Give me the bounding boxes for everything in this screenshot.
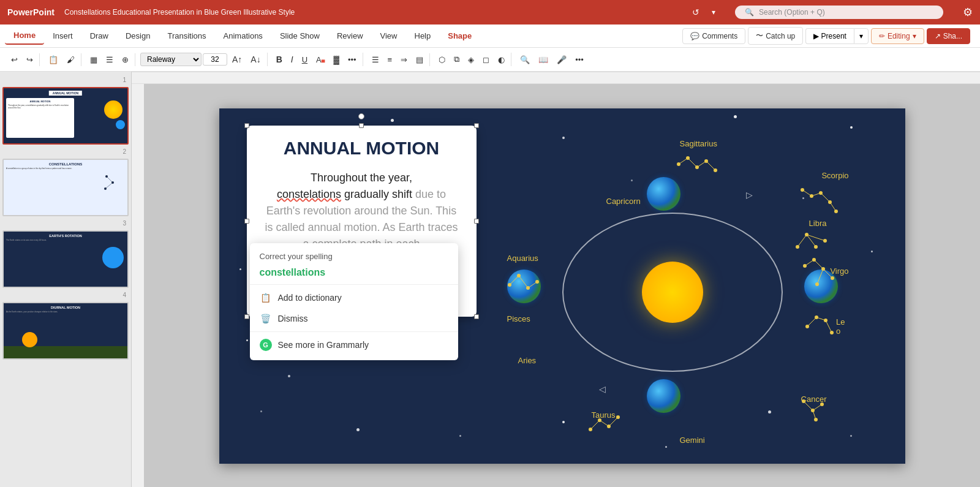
tab-help[interactable]: Help bbox=[406, 28, 440, 44]
highlight-btn[interactable]: ▓ bbox=[330, 53, 342, 66]
svg-line-12 bbox=[688, 158, 697, 167]
font-name-select[interactable]: Raleway bbox=[140, 53, 202, 66]
sel-handle-ml[interactable] bbox=[244, 219, 249, 224]
star bbox=[871, 251, 873, 252]
comments-button[interactable]: 💬 Comments bbox=[682, 28, 745, 44]
leo-stars bbox=[801, 308, 838, 345]
ctx-suggestion[interactable]: constellations bbox=[250, 263, 458, 282]
aquarius-label: Aquarius bbox=[507, 254, 538, 263]
format-group: B I U A▄ ▓ ••• bbox=[270, 53, 363, 66]
tab-view[interactable]: View bbox=[372, 28, 406, 44]
slide-thumbnail-3[interactable]: EARTH'S ROTATION The Earth rotates on it… bbox=[2, 230, 129, 288]
ribbon: Home Insert Draw Design Transitions Anim… bbox=[0, 25, 980, 72]
ctx-dismiss[interactable]: 🗑️ Dismiss bbox=[250, 308, 458, 329]
search-bar[interactable]: 🔍 Search (Option + Q) bbox=[735, 6, 943, 19]
star bbox=[459, 435, 461, 437]
scorpio-label: Scorpio bbox=[821, 171, 848, 180]
align-btn[interactable]: ▤ bbox=[412, 53, 427, 66]
tab-animations[interactable]: Animations bbox=[215, 28, 271, 44]
ctx-add-to-dictionary[interactable]: 📋 Add to dictionary bbox=[250, 287, 458, 308]
sel-handle-bl[interactable] bbox=[244, 314, 249, 319]
present-main-button[interactable]: ▶ Present bbox=[805, 28, 854, 44]
svg-line-57 bbox=[805, 260, 814, 266]
orbit-arrow-bottom: ◁ bbox=[599, 384, 606, 394]
present-label: Present bbox=[821, 32, 846, 40]
ctx-grammarly[interactable]: G See more in Grammarly bbox=[250, 334, 458, 355]
font-size-down[interactable]: A↓ bbox=[247, 53, 264, 66]
sel-handle-mr[interactable] bbox=[474, 219, 479, 224]
fill-btn[interactable]: ◈ bbox=[464, 53, 478, 66]
tab-insert[interactable]: Insert bbox=[44, 28, 81, 44]
more-text-btn[interactable]: ••• bbox=[344, 53, 360, 66]
sun bbox=[642, 262, 703, 323]
arrange-btn[interactable]: ⧉ bbox=[450, 53, 463, 66]
svg-line-11 bbox=[679, 158, 688, 164]
tab-design[interactable]: Design bbox=[117, 28, 159, 44]
svg-line-42 bbox=[804, 401, 813, 410]
sel-handle-tc[interactable] bbox=[359, 123, 364, 128]
paste-button[interactable]: 📋 bbox=[45, 53, 62, 66]
shape-btn[interactable]: ⬡ bbox=[435, 53, 449, 66]
format-painter[interactable]: 🖌 bbox=[63, 53, 78, 66]
ctx-header: Correct your spelling bbox=[250, 248, 458, 263]
refresh-icon[interactable]: ↺ bbox=[692, 7, 699, 17]
tab-slideshow[interactable]: Slide Show bbox=[271, 28, 328, 44]
outline-btn[interactable]: ◻ bbox=[479, 53, 493, 66]
catchup-button[interactable]: 〜 Catch up bbox=[748, 27, 803, 45]
star bbox=[246, 339, 248, 341]
underline-button[interactable]: U bbox=[298, 53, 311, 66]
title-dropdown-icon[interactable]: ▾ bbox=[712, 8, 715, 17]
mic-btn[interactable]: 🎤 bbox=[553, 53, 570, 66]
svg-line-1 bbox=[105, 183, 113, 189]
editing-icon: ✏ bbox=[879, 32, 885, 40]
editing-label: Editing bbox=[888, 32, 910, 40]
search-btn[interactable]: 🔍 bbox=[516, 53, 533, 66]
svg-line-37 bbox=[609, 417, 618, 426]
font-size-up[interactable]: A↑ bbox=[228, 53, 246, 66]
tab-shape[interactable]: Shape bbox=[439, 28, 480, 44]
zoom-btn[interactable]: ⊕ bbox=[118, 53, 132, 66]
present-button-group: ▶ Present ▾ bbox=[805, 25, 869, 47]
sel-handle-br[interactable] bbox=[474, 314, 479, 319]
slide-view-btn[interactable]: ▦ bbox=[86, 53, 101, 66]
gemini-label: Gemini bbox=[680, 436, 705, 445]
share-button[interactable]: ↗ Sha... bbox=[927, 28, 970, 44]
present-dropdown[interactable]: ▾ bbox=[854, 28, 869, 44]
bold-button[interactable]: B bbox=[273, 53, 286, 66]
taurus-stars bbox=[584, 411, 627, 442]
settings-icon[interactable]: ⚙ bbox=[963, 6, 973, 19]
font-size-input[interactable] bbox=[203, 53, 227, 66]
effects-btn[interactable]: ◐ bbox=[494, 53, 508, 66]
scorpio-stars bbox=[796, 184, 845, 221]
tab-review[interactable]: Review bbox=[328, 28, 372, 44]
slide-thumbnail-1[interactable]: ANNUAL MOTION ANNUAL MOTION Throughout t… bbox=[2, 87, 129, 145]
editing-button[interactable]: ✏ Editing ▾ bbox=[871, 28, 924, 44]
ctx-dismiss-label: Dismiss bbox=[278, 314, 308, 323]
outline-view-btn[interactable]: ☰ bbox=[102, 53, 117, 66]
title-bar: PowerPoint Constellations Educational Pr… bbox=[0, 0, 980, 25]
sel-handle-tr[interactable] bbox=[474, 123, 479, 128]
font-color-btn[interactable]: A▄ bbox=[312, 53, 328, 66]
tab-draw[interactable]: Draw bbox=[81, 28, 117, 44]
slide-thumbnail-2[interactable]: CONSTELLATIONS A constellation is a grou… bbox=[2, 159, 129, 216]
sel-handle-tl[interactable] bbox=[244, 123, 249, 128]
slide-number-3: 3 bbox=[2, 220, 129, 227]
undo-button[interactable]: ↩ bbox=[7, 53, 21, 66]
slide-panel[interactable]: 1 ANNUAL MOTION ANNUAL MOTION Throughout… bbox=[0, 72, 132, 487]
italic-button[interactable]: I bbox=[287, 53, 297, 66]
tab-home[interactable]: Home bbox=[5, 27, 44, 45]
redo-button[interactable]: ↪ bbox=[23, 53, 37, 66]
ctx-add-label: Add to dictionary bbox=[278, 293, 342, 303]
pisces-label: Pisces bbox=[507, 314, 530, 323]
body-part-1: Throughout the year, bbox=[311, 172, 412, 184]
slide-thumbnail-4[interactable]: DIURNAL MOTION As the Earth rotates, you… bbox=[2, 302, 129, 360]
slide-title: ANNUAL MOTION bbox=[262, 138, 462, 159]
numbered-list-btn[interactable]: ≡ bbox=[384, 53, 396, 66]
dict-btn[interactable]: 📖 bbox=[535, 53, 552, 66]
tab-transitions[interactable]: Transitions bbox=[159, 28, 214, 44]
more-btn[interactable]: ••• bbox=[571, 53, 587, 66]
star bbox=[391, 119, 394, 122]
bullet-list-btn[interactable]: ☰ bbox=[368, 53, 383, 66]
indent-btn[interactable]: ⇒ bbox=[397, 53, 411, 66]
rotation-handle[interactable] bbox=[358, 113, 364, 119]
